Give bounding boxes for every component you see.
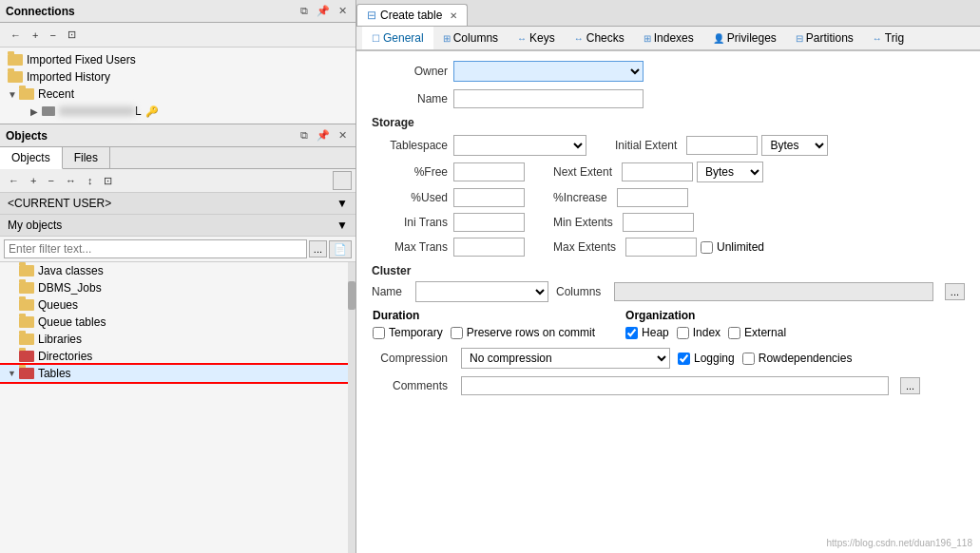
columns-tab-label: Columns (453, 31, 498, 45)
tab-objects[interactable]: Objects (0, 147, 63, 169)
tablespace-select[interactable] (453, 135, 586, 156)
tab-partitions[interactable]: ⊟ Partitions (786, 27, 863, 51)
owner-select[interactable] (453, 61, 644, 82)
filter-input[interactable] (4, 239, 307, 258)
list-item-libraries[interactable]: Libraries (0, 331, 348, 348)
unlimited-label[interactable]: Unlimited (701, 240, 764, 254)
list-item-directories[interactable]: Directories (0, 348, 348, 365)
cluster-columns-input[interactable] (614, 282, 932, 301)
pct-increase-input[interactable] (617, 188, 688, 207)
list-item-queue-tables[interactable]: Queue tables (0, 314, 348, 331)
obj-view-btn[interactable] (333, 171, 352, 190)
max-extents-input[interactable] (625, 238, 697, 257)
index-checkbox[interactable] (677, 327, 689, 339)
initial-bytes-select[interactable]: Bytes (761, 135, 828, 156)
index-label[interactable]: Index (677, 326, 721, 339)
max-trans-input[interactable] (453, 238, 525, 257)
obj-back-btn[interactable]: ← (4, 172, 24, 189)
chevron-down-icon-2: ▼ (336, 219, 348, 232)
recent-child-expand[interactable]: ▶ (30, 106, 40, 117)
recent-child-item[interactable]: ▶ L 🔑 (27, 103, 352, 120)
temporary-checkbox[interactable] (373, 327, 385, 339)
tab-keys[interactable]: ↔ Keys (508, 27, 565, 51)
tab-files[interactable]: Files (63, 147, 110, 168)
tab-bar: ⊟ Create table ✕ (356, 0, 980, 27)
ini-trans-input[interactable] (453, 213, 525, 232)
list-item-tables[interactable]: ▼ Tables (0, 365, 348, 382)
organization-checkboxes: Heap Index External (625, 326, 786, 339)
restore-btn[interactable]: ⧉ (298, 4, 311, 18)
heap-checkbox[interactable] (625, 327, 638, 339)
initial-extent-input[interactable] (686, 136, 758, 155)
filter-row: ... 📄 (0, 237, 355, 262)
tab-trig[interactable]: ↔ Trig (863, 27, 913, 51)
filter-more-btn[interactable]: ... (309, 240, 327, 257)
temporary-label[interactable]: Temporary (373, 326, 443, 339)
preserve-rows-label[interactable]: Preserve rows on commit (451, 326, 595, 339)
comments-more-btn[interactable]: ... (900, 377, 920, 394)
next-bytes-select[interactable]: Bytes (697, 162, 763, 182)
preserve-rows-checkbox[interactable] (451, 327, 463, 339)
rowdependencies-label[interactable]: Rowdependencies (742, 352, 853, 365)
create-table-tab[interactable]: ⊟ Create table ✕ (356, 4, 468, 26)
min-extents-input[interactable] (623, 213, 694, 232)
tab-privileges[interactable]: 👤 Privileges (703, 27, 786, 51)
pin-obj-icon[interactable]: 📌 (314, 128, 333, 143)
unlimited-checkbox[interactable] (701, 241, 713, 254)
list-item-queues[interactable]: Queues (0, 296, 348, 314)
list-item-dbms-jobs[interactable]: DBMS_Jobs (0, 279, 348, 296)
heap-label[interactable]: Heap (625, 326, 669, 339)
logging-label[interactable]: Logging (678, 352, 735, 365)
restore-obj-btn[interactable]: ⧉ (298, 128, 311, 143)
comments-input[interactable] (461, 376, 889, 395)
close-connections-btn[interactable]: ✕ (336, 4, 350, 18)
external-checkbox[interactable] (728, 327, 740, 339)
external-label[interactable]: External (728, 326, 786, 339)
compression-select[interactable]: No compression (461, 348, 670, 369)
my-objects-row[interactable]: My objects ▼ (0, 215, 355, 237)
pct-free-input[interactable] (453, 162, 525, 181)
cluster-name-select[interactable] (415, 281, 548, 302)
objects-scrollbar[interactable] (348, 262, 355, 553)
comments-row: Comments ... (372, 376, 965, 395)
filter-new-btn[interactable]: 📄 (329, 240, 352, 258)
rowdependencies-checkbox[interactable] (742, 353, 755, 365)
recent-item[interactable]: ▼ Recent (4, 86, 352, 103)
indexes-tab-icon: ⊞ (644, 33, 651, 44)
partitions-tab-label: Partitions (806, 31, 854, 45)
pct-free-group: %Free (372, 162, 525, 182)
remove-conn-btn[interactable]: − (45, 27, 60, 44)
pin-icon[interactable]: 📌 (314, 4, 333, 18)
imported-history-item[interactable]: Imported History (4, 68, 352, 86)
logging-checkbox[interactable] (678, 353, 690, 365)
obj-refresh-btn[interactable]: ⊡ (99, 172, 117, 190)
next-extent-input[interactable] (622, 162, 693, 181)
tab-close-btn[interactable]: ✕ (450, 10, 457, 21)
imported-fixed-users-item[interactable]: Imported Fixed Users (4, 51, 352, 68)
obj-sort-btn[interactable]: ↕ (83, 172, 98, 189)
refresh-conn-btn[interactable]: ⊡ (63, 26, 81, 44)
comments-label: Comments (372, 379, 448, 392)
back-btn[interactable]: ← (6, 27, 26, 44)
storage-row-5: Max Trans Max Extents Unlimited (372, 238, 965, 257)
close-obj-btn[interactable]: ✕ (336, 128, 350, 143)
add-conn-btn[interactable]: + (28, 27, 43, 44)
tab-general[interactable]: ☐ General (362, 27, 433, 51)
inner-tabs: ☐ General ⊞ Columns ↔ Keys ↔ Checks ⊞ In… (356, 27, 980, 51)
pct-used-input[interactable] (453, 188, 525, 207)
current-user-row[interactable]: <CURRENT USER> ▼ (0, 193, 355, 215)
scrollbar-thumb (348, 281, 355, 310)
tab-columns[interactable]: ⊞ Columns (433, 27, 508, 51)
name-input[interactable] (453, 89, 644, 108)
pct-used-group: %Used (372, 188, 525, 207)
list-item-java-classes[interactable]: Java classes (0, 262, 348, 279)
imported-fixed-users-label: Imported Fixed Users (27, 53, 136, 67)
recent-expand[interactable]: ▼ (8, 89, 17, 100)
cluster-more-btn[interactable]: ... (945, 283, 965, 300)
obj-remove-btn[interactable]: − (43, 172, 58, 189)
tab-indexes[interactable]: ⊞ Indexes (634, 27, 703, 51)
keys-tab-label: Keys (529, 31, 555, 45)
tab-checks[interactable]: ↔ Checks (565, 27, 634, 51)
obj-add-btn[interactable]: + (26, 172, 41, 189)
obj-move-btn[interactable]: ↔ (61, 172, 81, 189)
